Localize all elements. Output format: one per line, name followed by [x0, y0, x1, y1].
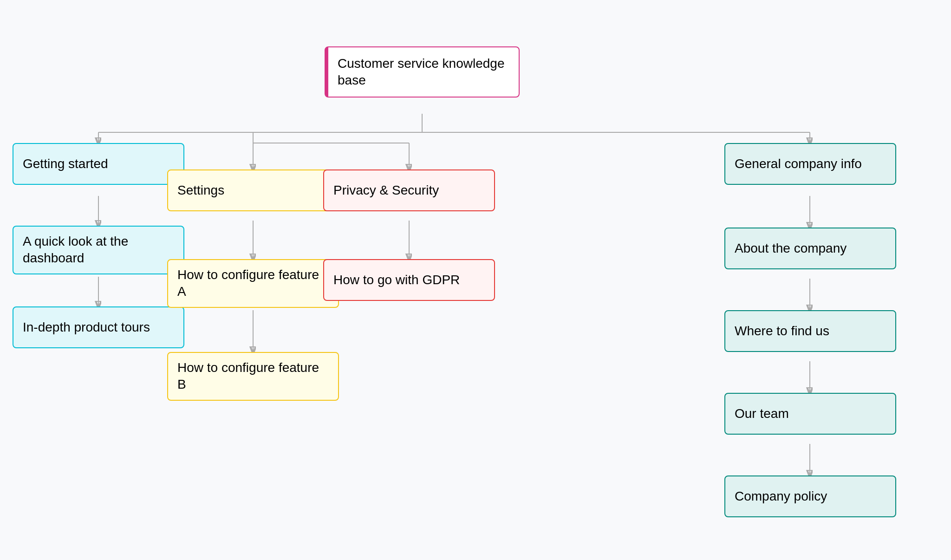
settings-node[interactable]: Settings: [167, 169, 339, 211]
getting-started-label: Getting started: [23, 156, 108, 172]
getting-started-node[interactable]: Getting started: [13, 143, 184, 185]
team-node[interactable]: Our team: [724, 393, 896, 435]
about-node[interactable]: About the company: [724, 228, 896, 269]
feature-b-label: How to configure feature B: [177, 359, 329, 393]
feature-a-label: How to configure feature A: [177, 267, 329, 300]
feature-b-node[interactable]: How to configure feature B: [167, 352, 339, 401]
quick-look-label: A quick look at the dashboard: [23, 233, 174, 267]
where-label: Where to find us: [735, 323, 829, 339]
indepth-node[interactable]: In-depth product tours: [13, 306, 184, 348]
privacy-node[interactable]: Privacy & Security: [323, 169, 495, 211]
privacy-label: Privacy & Security: [333, 182, 439, 199]
policy-node[interactable]: Company policy: [724, 475, 896, 517]
gdpr-label: How to go with GDPR: [333, 272, 460, 288]
general-info-label: General company info: [735, 156, 862, 172]
general-info-node[interactable]: General company info: [724, 143, 896, 185]
gdpr-node[interactable]: How to go with GDPR: [323, 259, 495, 301]
feature-a-node[interactable]: How to configure feature A: [167, 259, 339, 308]
team-label: Our team: [735, 405, 789, 422]
root-label: Customer service knowledge base: [338, 55, 509, 89]
quick-look-node[interactable]: A quick look at the dashboard: [13, 226, 184, 274]
indepth-label: In-depth product tours: [23, 319, 150, 336]
policy-label: Company policy: [735, 488, 827, 505]
about-label: About the company: [735, 240, 847, 257]
where-node[interactable]: Where to find us: [724, 310, 896, 352]
settings-label: Settings: [177, 182, 224, 199]
root-node[interactable]: Customer service knowledge base: [325, 46, 520, 98]
